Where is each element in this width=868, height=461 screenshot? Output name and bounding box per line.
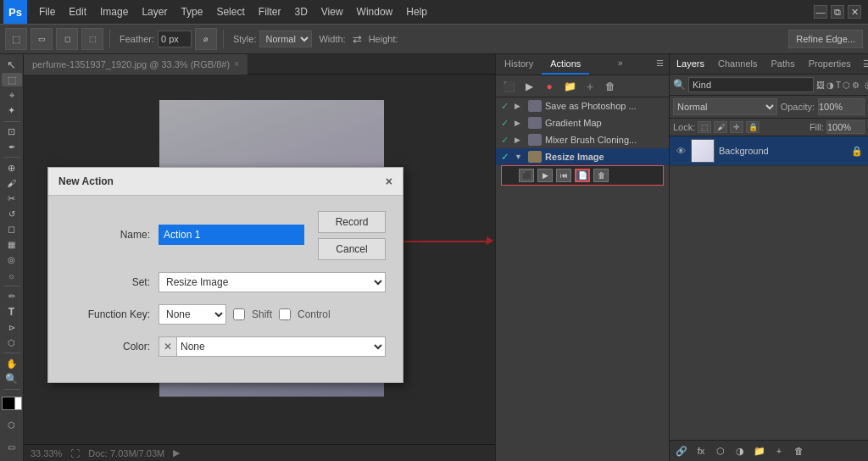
link-layers-btn[interactable]: 🔗 <box>673 443 690 458</box>
menu-file[interactable]: File <box>32 3 62 21</box>
history-brush-tool[interactable]: ↺ <box>2 207 22 220</box>
tb-icon1[interactable]: ▭ <box>31 28 53 50</box>
stop-btn[interactable]: ⬛ <box>499 78 518 95</box>
menu-help[interactable]: Help <box>399 3 434 21</box>
shift-checkbox[interactable] <box>233 308 245 320</box>
dodge-tool[interactable]: ☼ <box>2 269 22 282</box>
opacity-input[interactable] <box>818 98 865 115</box>
panel-menu-btn[interactable]: ☰ <box>651 54 669 75</box>
minimize-button[interactable]: — <box>814 5 827 19</box>
fx-btn[interactable]: fx <box>693 443 709 458</box>
color-select[interactable]: None <box>176 336 386 357</box>
menu-filter[interactable]: Filter <box>252 3 288 21</box>
blend-mode-select[interactable]: Normal <box>673 98 777 115</box>
actions-tab[interactable]: Actions <box>542 54 589 75</box>
menu-image[interactable]: Image <box>93 3 135 21</box>
menu-view[interactable]: View <box>314 3 350 21</box>
action-item-2[interactable]: ✓ ▶ Mixer Brush Cloning... <box>496 131 669 148</box>
new-action-set-btn[interactable]: 📁 <box>560 78 579 95</box>
paths-tab[interactable]: Paths <box>765 54 802 74</box>
menu-layer[interactable]: Layer <box>135 3 174 21</box>
lock-position-btn[interactable]: ✛ <box>730 121 743 133</box>
brush-tool[interactable]: 🖌 <box>2 176 22 190</box>
layer-item-background[interactable]: 👁 Background 🔒 <box>670 136 868 166</box>
sub-play-btn[interactable]: ▶ <box>537 169 553 182</box>
healing-brush-tool[interactable]: ⊕ <box>2 161 22 175</box>
sub-new-btn[interactable]: 📄 <box>575 169 590 182</box>
style-select[interactable]: Normal <box>259 31 312 47</box>
action-item-3[interactable]: ✓ ▼ Resize Image <box>496 148 669 165</box>
new-layer-btn[interactable]: + <box>771 443 787 458</box>
move-tool[interactable]: ↖ <box>2 58 22 71</box>
new-action-btn[interactable]: + <box>581 78 599 95</box>
blur-tool[interactable]: ◎ <box>2 253 22 267</box>
layers-tab[interactable]: Layers <box>670 54 711 74</box>
crop-tool[interactable]: ⊡ <box>2 125 22 138</box>
marquee-tool[interactable]: ⬚ <box>2 73 22 86</box>
zoom-tool[interactable]: 🔍 <box>2 372 22 386</box>
filter-smart-btn[interactable]: ⚙ <box>852 81 860 90</box>
add-mask-btn[interactable]: ⬡ <box>712 443 729 458</box>
eyedropper-tool[interactable]: ✒ <box>2 140 22 153</box>
menu-window[interactable]: Window <box>350 3 400 21</box>
menu-edit[interactable]: Edit <box>62 3 93 21</box>
panel-expand-btn[interactable]: » <box>613 54 628 75</box>
record-action-btn[interactable]: ● <box>540 78 559 95</box>
record-button[interactable]: Record <box>318 211 386 233</box>
sub-del-btn[interactable]: 🗑 <box>593 169 609 182</box>
menu-3d[interactable]: 3D <box>287 3 314 21</box>
action-item-1[interactable]: ✓ ▶ Gradient Map <box>496 114 669 131</box>
restore-button[interactable]: ⧉ <box>831 5 844 19</box>
eraser-tool[interactable]: ◻ <box>2 223 22 236</box>
marquee-tool-btn[interactable]: ⬚ <box>5 28 27 50</box>
tb-icon3[interactable]: ⬚ <box>81 28 103 50</box>
gradient-tool[interactable]: ▦ <box>2 238 22 252</box>
menu-type[interactable]: Type <box>174 3 209 21</box>
foreground-color-swatch[interactable] <box>2 397 15 410</box>
adjustment-btn[interactable]: ◑ <box>732 443 748 458</box>
hand-tool[interactable]: ✋ <box>2 357 22 370</box>
delete-layer-btn[interactable]: 🗑 <box>790 443 807 458</box>
lock-transparent-btn[interactable]: ⬚ <box>698 121 711 133</box>
pen-tool[interactable]: ✏ <box>2 290 22 303</box>
menu-select[interactable]: Select <box>209 3 251 21</box>
feather-input[interactable] <box>158 31 192 47</box>
refine-edge-button[interactable]: Refine Edge... <box>788 30 863 48</box>
quick-mask-btn[interactable]: ⬡ <box>2 415 22 436</box>
filter-type-btn[interactable]: T <box>836 81 841 90</box>
dialog-close-button[interactable]: × <box>386 175 392 188</box>
channels-tab[interactable]: Channels <box>711 54 764 74</box>
delete-action-btn[interactable]: 🗑 <box>601 78 620 95</box>
function-key-select[interactable]: None <box>159 304 226 325</box>
sub-stop-btn[interactable]: ⬛ <box>519 169 534 182</box>
play-btn[interactable]: ▶ <box>520 78 538 95</box>
tb-icon2[interactable]: ◻ <box>56 28 78 50</box>
sub-rec-btn[interactable]: ⏮ <box>556 169 571 182</box>
filter-toggle-btn[interactable]: ◎ <box>865 80 868 91</box>
filter-adj-btn[interactable]: ◑ <box>826 81 834 90</box>
clone-tool[interactable]: ✂ <box>2 192 22 205</box>
new-group-btn[interactable]: 📁 <box>751 443 768 458</box>
filter-shape-btn[interactable]: ⬡ <box>843 81 850 90</box>
layers-kind-select[interactable] <box>688 77 814 92</box>
fill-input[interactable] <box>826 120 865 134</box>
layers-panel-menu[interactable]: ☰ <box>858 54 868 74</box>
magic-wand-tool[interactable]: ✦ <box>2 103 22 117</box>
set-select[interactable]: Resize Image <box>159 272 386 292</box>
action-item-0[interactable]: ✓ ▶ Save as Photoshop ... <box>496 97 669 114</box>
screen-mode-btn[interactable]: ▭ <box>2 437 22 458</box>
history-tab[interactable]: History <box>496 54 542 75</box>
control-checkbox[interactable] <box>279 308 291 320</box>
path-tool[interactable]: ⊳ <box>2 320 22 334</box>
text-tool[interactable]: T <box>2 305 22 319</box>
color-swatches[interactable] <box>2 397 22 410</box>
name-input[interactable] <box>159 225 304 245</box>
layer-visibility-eye[interactable]: 👁 <box>675 145 687 157</box>
close-button[interactable]: ✕ <box>848 5 861 19</box>
lasso-tool[interactable]: ⌖ <box>2 88 22 102</box>
lock-pixels-btn[interactable]: 🖌 <box>714 121 727 133</box>
cancel-button[interactable]: Cancel <box>318 238 386 260</box>
properties-tab[interactable]: Properties <box>802 54 858 74</box>
shape-tool[interactable]: ⬡ <box>2 336 22 349</box>
filter-pixel-btn[interactable]: 🖼 <box>816 81 825 90</box>
